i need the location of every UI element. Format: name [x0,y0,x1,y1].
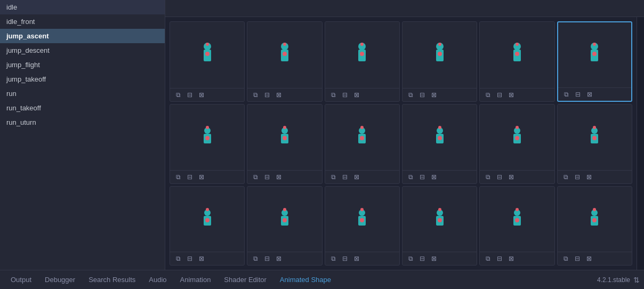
save-button-r1-c5[interactable]: ⊟ [573,173,582,181]
save-button-r1-c0[interactable]: ⊟ [186,173,194,181]
duplicate-button-r1-c1[interactable]: ⧉ [252,173,260,181]
save-button-r0-c0[interactable]: ⊟ [186,91,194,99]
scrollbar-right[interactable] [637,17,644,270]
sidebar-item-jump_takeoff[interactable]: jump_takeoff [0,72,165,86]
grid-cell-r1-c5[interactable]: ⧉⊟⊠ [557,104,632,183]
sprite-grid: ⧉⊟⊠⧉⊟⊠⧉⊟⊠⧉⊟⊠⧉⊟⊠⧉⊟⊠⧉⊟⊠⧉⊟⊠⧉⊟⊠⧉⊟⊠⧉⊟⊠⧉⊟⊠⧉⊟⊠⧉… [165,17,637,270]
delete-button-r0-c4[interactable]: ⊠ [507,91,516,99]
save-button-r2-c5[interactable]: ⊟ [573,254,582,263]
sidebar-item-idle_front[interactable]: idle_front [0,14,165,29]
grid-cell-r0-c2[interactable]: ⧉⊟⊠ [325,21,400,102]
zoom-out-button[interactable] [170,7,174,10]
save-button-r0-c4[interactable]: ⊟ [495,91,504,99]
duplicate-button-r2-c3[interactable]: ⧉ [407,254,415,263]
save-button-r2-c1[interactable]: ⊟ [263,254,271,263]
grid-cell-r2-c0[interactable]: ⧉⊟⊠ [170,186,245,266]
duplicate-button-r2-c2[interactable]: ⧉ [329,254,337,263]
sidebar-item-idle[interactable]: idle [0,0,165,14]
duplicate-button-r0-c4[interactable]: ⧉ [484,91,492,99]
save-button-r2-c4[interactable]: ⊟ [495,254,504,263]
cell-preview [170,22,244,88]
grid-cell-r1-c3[interactable]: ⧉⊟⊠ [402,104,477,183]
bottom-tab-search-results[interactable]: Search Results [82,270,142,289]
grid-cell-r2-c3[interactable]: ⧉⊟⊠ [402,186,477,266]
grid-cell-r2-c2[interactable]: ⧉⊟⊠ [325,186,400,266]
duplicate-button-r1-c3[interactable]: ⧉ [407,173,415,181]
delete-button-r1-c4[interactable]: ⊠ [507,173,516,181]
version-icon[interactable]: ⇅ [633,276,640,284]
bottom-tab-animated-shape[interactable]: Animated Shape [273,270,338,289]
grid-cell-r1-c2[interactable]: ⧉⊟⊠ [325,104,400,183]
duplicate-button-r2-c1[interactable]: ⧉ [252,254,260,263]
sidebar-item-jump_ascent[interactable]: jump_ascent [0,29,165,43]
save-button-r0-c5[interactable]: ⊟ [574,90,582,99]
sidebar-item-run[interactable]: run [0,86,165,101]
save-button-r0-c1[interactable]: ⊟ [263,91,271,99]
delete-button-r1-c1[interactable]: ⊠ [275,173,283,181]
duplicate-button-r1-c5[interactable]: ⧉ [562,173,570,181]
delete-button-r0-c5[interactable]: ⊠ [585,90,594,99]
save-button-r2-c0[interactable]: ⊟ [186,254,194,263]
grid-cell-r0-c1[interactable]: ⧉⊟⊠ [247,21,322,102]
bottom-tab-debugger[interactable]: Debugger [38,270,82,289]
duplicate-button-r0-c2[interactable]: ⧉ [329,91,337,99]
grid-cell-r2-c1[interactable]: ⧉⊟⊠ [247,186,322,266]
delete-button-r2-c2[interactable]: ⊠ [352,254,361,263]
duplicate-button-r2-c0[interactable]: ⧉ [174,254,182,263]
delete-button-r1-c5[interactable]: ⊠ [585,173,593,181]
delete-button-r1-c3[interactable]: ⊠ [430,173,438,181]
save-button-r2-c3[interactable]: ⊟ [418,254,426,263]
duplicate-button-r2-c4[interactable]: ⧉ [484,254,492,263]
duplicate-button-r0-c5[interactable]: ⧉ [562,90,570,99]
sidebar-item-jump_flight[interactable]: jump_flight [0,58,165,72]
duplicate-button-r0-c1[interactable]: ⧉ [252,91,260,99]
delete-button-r1-c2[interactable]: ⊠ [352,173,361,181]
bottom-tab-audio[interactable]: Audio [142,270,173,289]
zoom-reset-button[interactable] [178,7,182,10]
duplicate-button-r1-c0[interactable]: ⧉ [174,173,182,181]
save-button-r1-c3[interactable]: ⊟ [418,173,426,181]
grid-cell-r0-c0[interactable]: ⧉⊟⊠ [170,21,245,102]
delete-button-r2-c0[interactable]: ⊠ [197,254,206,263]
zoom-in-button[interactable] [187,7,191,10]
cell-preview [480,105,554,170]
bottom-tab-shader-editor[interactable]: Shader Editor [218,270,273,289]
grid-cell-r1-c0[interactable]: ⧉⊟⊠ [170,104,245,183]
duplicate-button-r1-c4[interactable]: ⧉ [484,173,492,181]
save-button-r0-c3[interactable]: ⊟ [418,91,426,99]
save-button-r1-c1[interactable]: ⊟ [263,173,271,181]
duplicate-button-r1-c2[interactable]: ⧉ [329,173,337,181]
cell-actions: ⧉⊟⊠ [558,87,631,101]
duplicate-button-r0-c3[interactable]: ⧉ [407,91,415,99]
sidebar-item-run_takeoff[interactable]: run_takeoff [0,101,165,115]
grid-cell-r1-c1[interactable]: ⧉⊟⊠ [247,104,322,183]
delete-button-r2-c5[interactable]: ⊠ [585,254,593,263]
grid-cell-r0-c4[interactable]: ⧉⊟⊠ [479,21,554,102]
grid-cell-r2-c5[interactable]: ⧉⊟⊠ [557,186,632,266]
grid-cell-r0-c5[interactable]: ⧉⊟⊠ [557,21,632,102]
delete-button-r2-c1[interactable]: ⊠ [275,254,283,263]
duplicate-button-r0-c0[interactable]: ⧉ [174,91,182,99]
save-button-r0-c2[interactable]: ⊟ [341,91,349,99]
delete-button-r0-c0[interactable]: ⊠ [197,91,206,99]
bottom-tab-animation[interactable]: Animation [174,270,218,289]
save-button-r1-c4[interactable]: ⊟ [495,173,504,181]
save-button-r2-c2[interactable]: ⊟ [341,254,349,263]
delete-button-r0-c3[interactable]: ⊠ [430,91,438,99]
bottom-tab-output[interactable]: Output [4,270,38,289]
svg-point-72 [360,218,364,222]
save-button-r1-c2[interactable]: ⊟ [341,173,349,181]
duplicate-button-r2-c5[interactable]: ⧉ [562,254,570,263]
sidebar-item-run_uturn[interactable]: run_uturn [0,115,165,130]
delete-button-r2-c3[interactable]: ⊠ [430,254,438,263]
delete-button-r2-c4[interactable]: ⊠ [507,254,516,263]
sidebar-item-jump_descent[interactable]: jump_descent [0,43,165,58]
grid-cell-r1-c4[interactable]: ⧉⊟⊠ [479,104,554,183]
delete-button-r1-c0[interactable]: ⊠ [197,173,206,181]
grid-cell-r0-c3[interactable]: ⧉⊟⊠ [402,21,477,102]
delete-button-r0-c1[interactable]: ⊠ [275,91,283,99]
delete-button-r0-c2[interactable]: ⊠ [352,91,361,99]
cell-preview [480,22,554,88]
grid-cell-r2-c4[interactable]: ⧉⊟⊠ [479,186,554,266]
cell-preview [325,22,399,88]
